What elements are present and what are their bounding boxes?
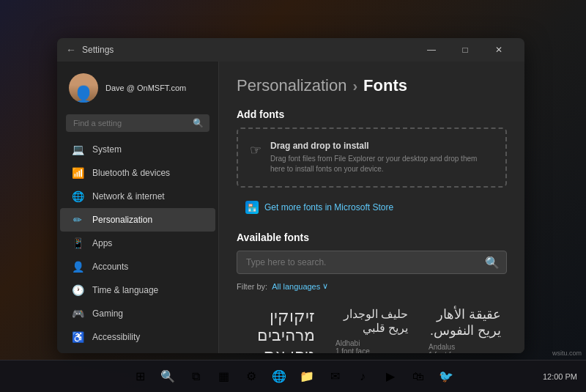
avatar-image: 👤 [69, 73, 98, 103]
font-preview-aldhabi: حليف الوجدار يريح قلبي [335, 307, 408, 335]
mail-taskbar-icon[interactable]: ✉ [323, 365, 346, 388]
sidebar-item-privacy[interactable]: 🔒 Privacy & security [60, 349, 215, 353]
personalization-icon: ✏ [72, 214, 84, 226]
sidebar-item-accounts[interactable]: 👤 Accounts [60, 255, 215, 278]
sidebar-item-gaming[interactable]: 🎮 Gaming [60, 302, 215, 325]
sidebar-item-system-label: System [92, 144, 122, 155]
sidebar-item-time[interactable]: 🕐 Time & language [60, 278, 215, 302]
avatar: 👤 [69, 73, 98, 103]
filter-label: Filter by: [237, 282, 267, 291]
fonts-search-box: 🔍 [237, 251, 507, 274]
available-fonts-title: Available fonts [237, 232, 507, 243]
sidebar-item-accounts-label: Accounts [92, 262, 128, 272]
gaming-icon: 🎮 [72, 308, 84, 319]
twitter-taskbar-icon[interactable]: 🐦 [434, 365, 458, 388]
get-fonts-store-button[interactable]: 🏪 Get more fonts in Microsoft Store [237, 195, 402, 220]
right-panel: Personalization › Fonts Add fonts ☞ Drag… [218, 62, 524, 353]
sidebar-search-box: 🔍 [66, 114, 209, 132]
back-button[interactable]: ← [66, 44, 76, 56]
font-face-count-andalus: 1 font face [429, 351, 501, 353]
settings-window: ← Settings — □ ✕ 👤 Dave @ OnMSFT.com [57, 38, 524, 353]
sidebar-item-apps-label: Apps [92, 238, 112, 248]
watermark: wsitu.com [552, 350, 582, 357]
main-content: 👤 Dave @ OnMSFT.com 🔍 💻 System 📶 Bluetoo… [57, 62, 524, 353]
sidebar-item-personalization-label: Personalization [92, 215, 152, 225]
store-btn-label: Get more fonts in Microsoft Store [264, 202, 393, 212]
network-icon: 🌐 [72, 191, 84, 202]
filter-chevron-icon: ∨ [322, 281, 328, 291]
search-taskbar-icon[interactable]: 🔍 [156, 365, 179, 388]
sidebar-item-system[interactable]: 💻 System [60, 138, 215, 161]
sidebar-item-bluetooth-label: Bluetooth & devices [92, 168, 170, 178]
edge-taskbar-icon[interactable]: 🌐 [267, 365, 291, 388]
add-fonts-title: Add fonts [237, 108, 507, 120]
sidebar-item-gaming-label: Gaming [92, 308, 123, 319]
user-profile: 👤 Dave @ OnMSFT.com [57, 67, 218, 111]
sidebar-item-accessibility[interactable]: ♿ Accessibility [60, 325, 215, 349]
system-icon: 💻 [72, 144, 84, 155]
font-name-andalus: Andalus [429, 343, 501, 351]
font-preview-aharoni: זיקוקין מרהיביםניסו את השמיים [242, 307, 315, 353]
font-preview-andalus: عقيقة الأهار يريح النفوس. [429, 307, 501, 339]
breadcrumb-separator: › [352, 78, 357, 95]
drag-text: Drag and drop to install Drag font files… [270, 141, 494, 174]
title-bar: ← Settings — □ ✕ [57, 38, 524, 62]
filter-row: Filter by: All languages ∨ [237, 281, 507, 291]
minimize-button[interactable]: — [415, 38, 448, 62]
drag-hand-icon: ☞ [250, 142, 262, 158]
breadcrumb-parent[interactable]: Personalization [237, 76, 346, 95]
close-button[interactable]: ✕ [482, 38, 516, 62]
apps-icon: 📱 [72, 237, 84, 249]
time-icon: 🕐 [72, 284, 84, 296]
files-taskbar-icon[interactable]: 📁 [295, 365, 319, 388]
sidebar-item-apps[interactable]: 📱 Apps [60, 232, 215, 255]
fonts-search-input[interactable] [237, 251, 507, 274]
store-icon: 🏪 [245, 201, 259, 214]
sidebar: 👤 Dave @ OnMSFT.com 🔍 💻 System 📶 Bluetoo… [57, 62, 218, 353]
window-controls: — □ ✕ [415, 38, 516, 62]
taskview-taskbar-icon[interactable]: ⧉ [184, 365, 207, 388]
widgets-taskbar-icon[interactable]: ▦ [212, 365, 235, 388]
taskbar-center: ⊞ 🔍 ⧉ ▦ ⚙ 🌐 📁 ✉ ♪ ▶ 🛍 🐦 [128, 365, 458, 388]
sidebar-item-accessibility-label: Accessibility [92, 332, 140, 342]
font-card-andalus[interactable]: عقيقة الأهار يريح النفوس. Andalus 1 font… [423, 301, 507, 353]
drag-drop-title: Drag and drop to install [270, 141, 494, 151]
breadcrumb-current: Fonts [363, 76, 407, 95]
store-taskbar-icon[interactable]: 🛍 [407, 365, 430, 388]
user-name: Dave @ OnMSFT.com [105, 84, 186, 92]
taskbar-right: 12:00 PM [543, 372, 577, 381]
bluetooth-icon: 📶 [72, 167, 84, 179]
sidebar-item-time-label: Time & language [92, 285, 158, 295]
accounts-icon: 👤 [72, 261, 84, 273]
font-card-aldhabi[interactable]: حليف الوجدار يريح قلبي Aldhabi 1 font fa… [330, 301, 414, 353]
windows-taskbar-icon[interactable]: ⊞ [128, 365, 152, 388]
taskbar: ⊞ 🔍 ⧉ ▦ ⚙ 🌐 📁 ✉ ♪ ▶ 🛍 🐦 12:00 PM [0, 360, 586, 392]
drag-drop-desc: Drag font files from File Explorer or yo… [270, 154, 494, 174]
filter-dropdown[interactable]: All languages ∨ [272, 281, 328, 291]
accessibility-icon: ♿ [72, 331, 84, 343]
fonts-preview: זיקוקין מרהיביםניסו את השמיים Aharoni 1 … [237, 301, 507, 353]
clock: 12:00 PM [543, 372, 577, 381]
sidebar-item-network-label: Network & internet [92, 191, 165, 201]
maximize-button[interactable]: □ [448, 38, 482, 62]
settings-taskbar-icon[interactable]: ⚙ [240, 365, 263, 388]
sidebar-search-icon: 🔍 [193, 118, 204, 128]
window-title: Settings [82, 45, 415, 55]
drag-drop-area[interactable]: ☞ Drag and drop to install Drag font fil… [237, 127, 507, 188]
sidebar-search-input[interactable] [66, 114, 209, 132]
sidebar-item-bluetooth[interactable]: 📶 Bluetooth & devices [60, 161, 215, 185]
font-name-aldhabi: Aldhabi [335, 339, 408, 347]
breadcrumb: Personalization › Fonts [237, 76, 507, 95]
filter-value: All languages [272, 282, 320, 291]
sidebar-item-personalization[interactable]: ✏ Personalization [60, 208, 215, 232]
fonts-search-icon: 🔍 [485, 256, 500, 270]
font-face-count-aldhabi: 1 font face [335, 347, 408, 353]
sidebar-item-network[interactable]: 🌐 Network & internet [60, 185, 215, 208]
spotify-taskbar-icon[interactable]: ♪ [351, 365, 374, 388]
font-card-aharoni[interactable]: זיקוקין מרהיביםניסו את השמיים Aharoni 1 … [237, 301, 321, 353]
media-taskbar-icon[interactable]: ▶ [379, 365, 402, 388]
